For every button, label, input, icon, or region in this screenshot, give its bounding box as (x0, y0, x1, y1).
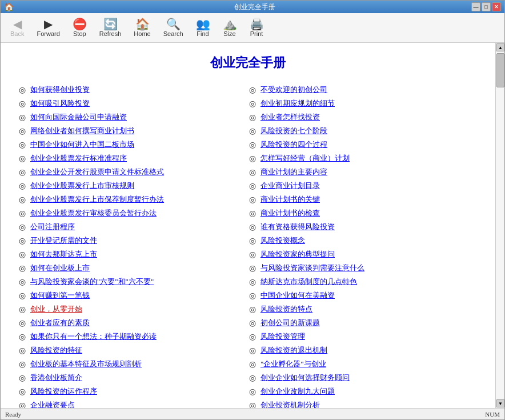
content-link[interactable]: 风险投资概念 (260, 235, 305, 246)
size-button[interactable]: ⛰️ Size (218, 15, 242, 41)
content-link[interactable]: 如何获得创业投资 (30, 85, 90, 95)
content-link[interactable]: 风险投资的特点 (260, 304, 312, 314)
search-button[interactable]: 🔍 Search (158, 15, 189, 41)
bullet-icon: ◎ (18, 359, 27, 369)
main-content: 创业完全手册 ◎如何获得创业投资◎如何吸引风险投资◎如何向国际金融公司申请融资◎… (1, 43, 495, 408)
content-link[interactable]: 商业计划的主要内容 (260, 167, 327, 177)
content-link[interactable]: 创业企业改制九大问题 (260, 386, 335, 397)
list-item: ◎谁有资格获得风险投资 (248, 222, 478, 232)
scroll-down-button[interactable]: ▼ (496, 399, 504, 407)
bullet-icon: ◎ (248, 195, 257, 205)
bullet-icon: ◎ (248, 373, 257, 383)
content-link[interactable]: 商业计划书的关键 (260, 194, 320, 205)
list-item: ◎风险投资家的典型提问 (248, 249, 478, 259)
bullet-icon: ◎ (18, 113, 27, 122)
content-link[interactable]: 创业企业股票发行审核委员会暂行办法 (30, 208, 157, 218)
content-link[interactable]: 中国企业如何进入中国二板市场 (30, 139, 134, 150)
search-icon: 🔍 (166, 18, 181, 30)
print-icon: 🖨️ (250, 18, 264, 30)
content-link[interactable]: 风险投资的四个过程 (260, 139, 327, 150)
minimize-button[interactable]: — (471, 2, 480, 11)
content-link[interactable]: 中国企业如何在美融资 (260, 290, 335, 301)
content-link[interactable]: 风险投资的退出机制 (260, 345, 327, 355)
content-link[interactable]: 创业企业如何选择财务顾问 (260, 373, 350, 383)
maximize-button[interactable]: □ (482, 2, 491, 11)
content-link[interactable]: 网络创业者如何撰写商业计划书 (30, 126, 134, 136)
bullet-icon: ◎ (248, 140, 257, 150)
content-link[interactable]: 创业者怎样找投资 (260, 112, 320, 122)
content-link[interactable]: 香港创业板简介 (30, 373, 82, 383)
content-link[interactable]: 企业商业计划目录 (260, 181, 320, 191)
content-link[interactable]: 商业计划书的检查 (260, 208, 320, 218)
find-button[interactable]: 👥 Find (191, 15, 215, 41)
content-link[interactable]: 公司注册程序 (30, 222, 75, 232)
close-button[interactable]: ✕ (492, 2, 501, 11)
page-title: 创业完全手册 (18, 54, 478, 71)
list-item: ◎与风险投资家谈判需要注意什么 (248, 263, 478, 273)
content-link[interactable]: "企业孵化器"与创业 (260, 359, 326, 369)
content-link[interactable]: 风险投资管理 (260, 331, 305, 342)
list-item: ◎如何吸引风险投资 (18, 98, 248, 109)
content-link[interactable]: 风险投资的运作程序 (30, 386, 97, 397)
bullet-icon: ◎ (248, 113, 257, 122)
content-link[interactable]: 风险投资的七个阶段 (260, 126, 327, 136)
bullet-icon: ◎ (18, 305, 27, 314)
content-link[interactable]: 创业板的基本特征及市场规则剖析 (30, 359, 142, 369)
content-link[interactable]: 创业企业股票发行标准准程序 (30, 153, 127, 163)
content-link[interactable]: 创业者应有的素质 (30, 318, 90, 328)
forward-button[interactable]: ▶ Forward (31, 15, 65, 41)
content-link[interactable]: 与风险投资家会谈的"六要"和"六不要" (30, 277, 154, 287)
content-link[interactable]: 创业企业股票发行上市审核规则 (30, 181, 134, 191)
scroll-up-button[interactable]: ▲ (496, 43, 504, 51)
content-link[interactable]: 如何赚到第一笔钱 (30, 290, 90, 301)
content-link[interactable]: 与风险投资家谈判需要注意什么 (260, 263, 364, 273)
content-link[interactable]: 开业登记所需的文件 (30, 235, 97, 246)
bullet-icon: ◎ (248, 291, 257, 301)
content-link[interactable]: 创业企业公开发行股票申请文件标准格式 (30, 167, 164, 177)
content-link[interactable]: 创业企业股票发行上市保荐制度暂行办法 (30, 194, 164, 205)
content-link[interactable]: 创业投资机制分析 (260, 400, 320, 408)
back-button[interactable]: ◀ Back (5, 15, 29, 41)
back-icon: ◀ (13, 18, 22, 30)
content-link[interactable]: 如何吸引风险投资 (30, 98, 90, 109)
list-item: ◎创业企业股票发行上市保荐制度暂行办法 (18, 194, 248, 205)
content-link[interactable]: 如何在创业板上市 (30, 263, 90, 273)
content-link[interactable]: 风险投资家的典型提问 (260, 249, 335, 259)
content-link[interactable]: 如何向国际金融公司申请融资 (30, 112, 127, 122)
bullet-icon: ◎ (248, 126, 257, 136)
content-link[interactable]: 创业初期应规划的细节 (260, 98, 335, 109)
content-link[interactable]: 谁有资格获得风险投资 (260, 222, 335, 232)
content-link[interactable]: 初创公司的新课题 (260, 318, 320, 328)
scrollbar[interactable]: ▲ ▼ (495, 43, 504, 408)
list-item: ◎如何赚到第一笔钱 (18, 290, 248, 301)
links-grid: ◎如何获得创业投资◎如何吸引风险投资◎如何向国际金融公司申请融资◎网络创业者如何… (18, 83, 478, 408)
list-item: ◎商业计划的主要内容 (248, 167, 478, 177)
bullet-icon: ◎ (18, 236, 27, 246)
content-link[interactable]: 怎样写好经营（商业）计划 (260, 153, 350, 163)
num-indicator: NUM (485, 411, 500, 418)
content-link[interactable]: 如何去那斯达克上市 (30, 249, 97, 259)
list-item: ◎纳斯达克市场制度的几点特色 (248, 277, 478, 287)
list-item: ◎公司注册程序 (18, 222, 248, 232)
bullet-icon: ◎ (18, 126, 27, 136)
content-link[interactable]: 企业融资要点 (30, 400, 75, 408)
content-link[interactable]: 创业，从零开始 (30, 304, 82, 314)
bullet-icon: ◎ (248, 359, 257, 369)
status-right: NUM (485, 411, 500, 418)
list-item: ◎创业板的基本特征及市场规则剖析 (18, 359, 248, 369)
refresh-button[interactable]: 🔄 Refresh (94, 15, 127, 41)
window-title: 创业完全手册 (38, 2, 471, 12)
scrollbar-thumb[interactable] (496, 53, 504, 87)
list-item: ◎创业者应有的素质 (18, 318, 248, 328)
content-link[interactable]: 如果你只有一个想法：种子期融资必读 (30, 331, 157, 342)
home-button[interactable]: 🏠 Home (129, 15, 155, 41)
content-link[interactable]: 风险投资的特征 (30, 345, 82, 355)
content-link[interactable]: 不受欢迎的初创公司 (260, 85, 327, 95)
content-link[interactable]: 纳斯达克市场制度的几点特色 (260, 277, 357, 287)
bullet-icon: ◎ (248, 222, 257, 232)
bullet-icon: ◎ (248, 305, 257, 314)
stop-button[interactable]: ⛔ Stop (67, 15, 92, 41)
print-button[interactable]: 🖨️ Print (245, 15, 269, 41)
find-icon: 👥 (196, 18, 210, 30)
list-item: ◎风险投资的七个阶段 (248, 126, 478, 136)
